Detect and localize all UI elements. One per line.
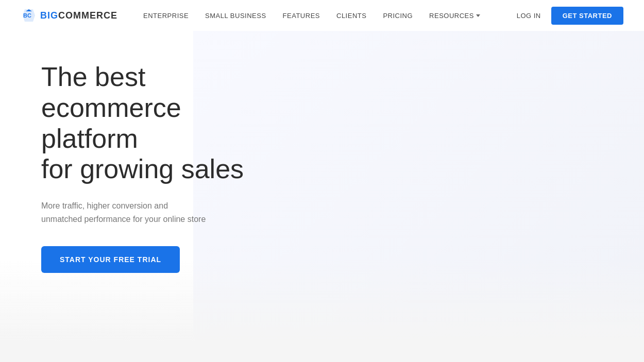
screen-size-options: XS S M L [399,135,644,147]
nav-links: ENTERPRISE SMALL BUSINESS FEATURES CLIEN… [143,12,517,20]
screen-product-title: Patricia Crew Maxi Dress [399,75,644,92]
svg-point-3 [319,81,329,94]
monitor-screen: CART SIGN UP LO... LaGrace Smith SHOP BL… [263,31,644,321]
main-nav: BC BIGCOMMERCE ENTERPRISE SMALL BUSINESS… [0,0,644,31]
screen-add-cart-button: ADD TO CART [399,156,444,168]
svg-rect-9 [272,222,294,250]
svg-rect-7 [319,212,320,215]
hero-subtitle-line2: unmatched performance for your online st… [41,215,206,223]
nav-small-business[interactable]: SMALL BUSINESS [205,12,266,20]
screen-share-icons: ✦ ✦ ✦ ✦ ✦ [427,175,448,178]
screen-thumb-4 [354,223,378,253]
screen-product-info: Home > Dresses > Long/Midi Dresses > Pat… [399,61,644,304]
svg-point-5 [316,211,324,215]
svg-rect-11 [299,222,321,251]
screen-size-xs: XS [399,137,412,147]
screen-thumb-1 [272,222,295,251]
hero-title: The best ecommerce platform for growing … [41,62,247,185]
login-link[interactable]: LOG IN [517,12,541,20]
screen-thumb-2 [299,222,322,251]
monitor-section: CART SIGN UP LO... LaGrace Smith SHOP BL… [268,31,644,362]
screen-qty-label: QUANTITY [399,106,644,114]
screen-nav-blog: BLOG [472,47,486,52]
svg-point-16 [363,224,369,231]
screen-action-btns: ADD TO CART ADD TO WISHLIST [399,154,644,168]
nav-features[interactable]: FEATURES [283,12,320,20]
screen-size-m: M [430,137,443,147]
hero-content: The best ecommerce platform for growing … [0,31,268,362]
screen-thumb-3 [326,222,350,252]
nav-pricing[interactable]: PRICING [383,12,413,20]
screen-logo: LaGrace Smith [377,47,431,57]
logo-text: BIGCOMMERCE [40,10,117,21]
screen-size-l: L [446,137,459,147]
screen-share-label: SHARE THIS [400,175,423,178]
screen-main-nav: LaGrace Smith SHOP BLOG MORE CONTACT [264,33,644,66]
nav-resources[interactable]: RESOURCES [429,12,480,20]
screen-product-page: Home > Dresses > Long/Midi Dresses > Pat… [263,54,644,311]
nav-enterprise[interactable]: ENTERPRISE [143,12,189,20]
svg-point-6 [325,211,332,215]
svg-point-12 [307,223,313,231]
svg-point-4 [319,81,329,90]
stand-neck [446,355,461,362]
hero-title-line2: ecommerce platform [41,93,181,153]
screen-nav-more: MORE [498,46,513,51]
screen-top-nav: CART SIGN UP LO... [265,31,644,47]
logo[interactable]: BC BIGCOMMERCE [21,7,117,24]
screen-product-images [272,68,389,295]
monitor-stand [433,355,474,362]
svg-rect-8 [327,212,329,215]
screen-size-label: SIZE* [399,129,644,135]
svg-rect-15 [354,223,378,252]
screen-nav-contact: CONTACT [524,45,548,50]
screen-product-price: $400.00 [399,90,644,104]
start-trial-button[interactable]: START YOUR FREE TRIAL [41,246,180,273]
chevron-down-icon [476,14,480,17]
monitor-outer: CART SIGN UP LO... LaGrace Smith SHOP BL… [257,31,644,344]
screen-product-thumbnails [272,222,389,253]
screen-nav-shop: SHOP [447,48,461,53]
screen-share-row: SHARE THIS ✦ ✦ ✦ ✦ ✦ [400,175,644,179]
monitor-wrapper: CART SIGN UP LO... LaGrace Smith SHOP BL… [258,31,644,362]
screen-qty-input: 1 [399,116,419,127]
get-started-button[interactable]: GET STARTED [551,7,623,25]
nav-right: LOG IN GET STARTED [517,7,623,25]
screen-product-main-image [272,69,378,217]
screen-size-s: S [415,137,427,147]
hero-title-line1: The best [41,62,145,92]
nav-clients[interactable]: CLIENTS [336,12,366,20]
screen-wishlist-button: ADD TO WISHLIST [449,156,505,168]
svg-text:BC: BC [23,12,31,19]
hero-section: The best ecommerce platform for growing … [0,31,644,362]
hero-subtitle: More traffic, higher conversion and unma… [41,199,206,226]
screen-qty-box: 1 [399,112,644,127]
hero-subtitle-line1: More traffic, higher conversion and [41,201,168,210]
nav-resources-label: RESOURCES [429,12,474,20]
svg-point-10 [280,223,286,230]
hero-title-line3: for growing sales [41,154,244,184]
svg-rect-13 [327,223,349,251]
svg-point-14 [335,223,341,231]
screen-breadcrumb: Home > Dresses > Long/Midi Dresses > Pat… [399,65,644,76]
